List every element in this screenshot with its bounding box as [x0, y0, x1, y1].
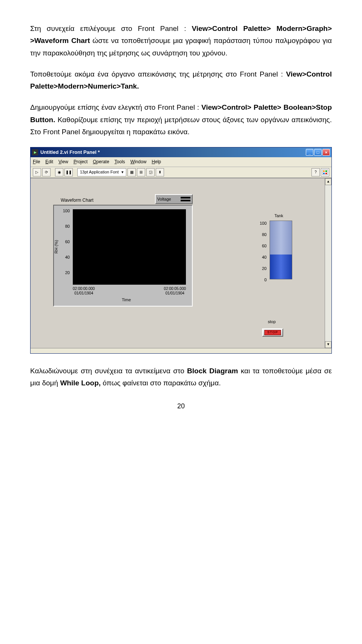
window-title: Untitled 2.vi Front Panel * [40, 148, 306, 156]
tank-body [270, 221, 292, 279]
stop-button[interactable]: STOP [262, 328, 283, 337]
paragraph-4: Καλωδιώνουμε στη συνέχεια τα αντικείμενα… [30, 365, 332, 389]
svg-rect-3 [323, 173, 325, 174]
help-button[interactable]: ? [311, 168, 320, 176]
tank-indicator[interactable]: 100 80 60 40 20 0 [257, 220, 298, 288]
p2-text-a: Τοποθετούμε ακόμα ένα όργανο απεικόνισης… [30, 70, 286, 78]
menu-view[interactable]: View [58, 158, 68, 166]
vertical-scrollbar[interactable]: ▲ ▼ [325, 178, 331, 348]
toolbar: ▷ ⟳ ◉ ❚❚ 13pt Application Font▾ ▦ ⊞ ◲ ⬍ … [31, 167, 331, 178]
menu-help[interactable]: Help [152, 158, 161, 166]
waveform-chart[interactable]: 100 80 60 40 20 02:00:00.00001/01/1904 0… [53, 205, 193, 307]
p4-bold-d: While Loop, [60, 379, 101, 387]
menu-project[interactable]: Project [74, 158, 87, 166]
maximize-button[interactable]: □ [314, 149, 322, 156]
stop-button-text: STOP [264, 330, 281, 335]
menu-window[interactable]: Window [130, 158, 147, 166]
page-number: 20 [30, 400, 332, 412]
run-continuous-button[interactable]: ⟳ [42, 168, 51, 176]
labview-icon: ▶ [32, 149, 38, 155]
distribute-button[interactable]: ⊞ [137, 168, 145, 176]
status-bar [31, 348, 331, 353]
align-button[interactable]: ▦ [127, 168, 136, 176]
menu-edit[interactable]: Edit [45, 158, 53, 166]
minimize-button[interactable]: _ [306, 149, 313, 156]
svg-rect-1 [323, 170, 325, 172]
labview-window: ▶ Untitled 2.vi Front Panel * _ □ × File… [30, 147, 332, 353]
abort-button[interactable]: ◉ [55, 168, 63, 176]
chart-x-label: Time [122, 296, 131, 304]
front-panel-canvas: Waveform Chart Voltage 100 80 60 40 20 0… [31, 178, 331, 348]
waveform-chart-label: Waveform Chart [61, 196, 94, 204]
p3-text-a: Δημιουργούμε επίσης έναν ελεγκτή στο Fro… [30, 103, 201, 111]
chart-x-ticks: 02:00:00.00001/01/1904 02:00:05.00001/01… [73, 287, 186, 296]
scroll-track[interactable] [325, 185, 331, 341]
window-titlebar: ▶ Untitled 2.vi Front Panel * _ □ × [31, 147, 331, 157]
svg-rect-4 [325, 173, 327, 174]
scroll-up-icon[interactable]: ▲ [325, 178, 331, 185]
reorder-button[interactable]: ⬍ [156, 168, 164, 176]
menu-tools[interactable]: Tools [115, 158, 125, 166]
legend-text: Voltage [157, 196, 171, 203]
tank-ticks: 100 80 60 40 20 0 [257, 220, 267, 288]
chart-plot-area [73, 209, 186, 285]
tank-label: Tank [275, 212, 283, 219]
p3-text-c: Καθορίζουμε επίσης την περιοχή μετρήσεων… [30, 116, 332, 136]
p1-text-a: Στη συνεχεία επιλέγουμε στο Front Panel … [30, 25, 192, 32]
paragraph-3: Δημιουργούμε επίσης έναν ελεγκτή στο Fro… [30, 101, 332, 138]
pause-button[interactable]: ❚❚ [64, 168, 73, 176]
svg-rect-2 [325, 170, 327, 172]
run-button[interactable]: ▷ [33, 168, 41, 176]
p4-text-e: όπως φαίνεται στο παρακάτω σχήμα. [101, 379, 221, 387]
paragraph-1: Στη συνεχεία επιλέγουμε στο Front Panel … [30, 23, 332, 59]
vi-icon[interactable] [321, 168, 329, 176]
p4-bold-b: Block Diagram [187, 367, 238, 375]
stop-label: stop [268, 318, 276, 325]
menu-bar: File Edit View Project Operate Tools Win… [31, 157, 331, 167]
paragraph-2: Τοποθετούμε ακόμα ένα όργανο απεικόνισης… [30, 68, 332, 93]
tank-fill [270, 255, 292, 279]
chart-y-label: RH (%) [53, 240, 60, 253]
window-buttons: _ □ × [306, 149, 330, 156]
p4-text-a: Καλωδιώνουμε στη συνέχεια τα αντικείμενα… [30, 367, 187, 375]
chart-legend[interactable]: Voltage [155, 194, 193, 204]
close-button[interactable]: × [322, 149, 330, 156]
resize-button[interactable]: ◲ [146, 168, 155, 176]
font-selector[interactable]: 13pt Application Font▾ [77, 168, 126, 176]
scroll-down-icon[interactable]: ▼ [325, 341, 331, 348]
menu-operate[interactable]: Operate [93, 158, 109, 166]
menu-file[interactable]: File [33, 158, 40, 166]
legend-swatch-icon [181, 197, 190, 201]
